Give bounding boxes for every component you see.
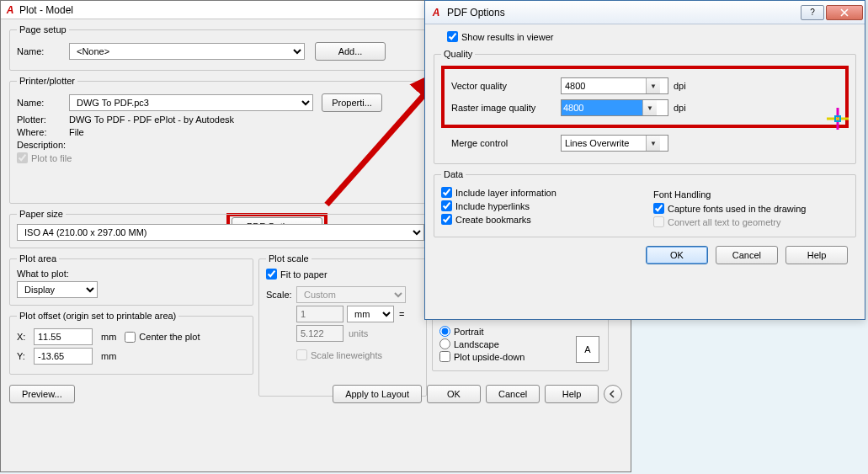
paper-size-group: Paper size ISO A4 (210.00 x 297.00 MM) — [9, 209, 432, 248]
x-mm: mm — [101, 332, 116, 342]
plot-offset-legend: Plot offset (origin set to printable are… — [17, 311, 178, 321]
fit-to-paper-checkbox[interactable]: Fit to paper — [266, 269, 327, 280]
printer-name-select[interactable]: DWG To PDF.pc3 — [69, 94, 313, 111]
printer-legend: Printer/plotter — [17, 76, 77, 86]
plot-area-legend: Plot area — [17, 253, 59, 264]
pdf-help-button[interactable]: Help — [785, 246, 848, 264]
plot-ok-button[interactable]: OK — [427, 385, 481, 403]
vector-quality-input[interactable] — [562, 78, 646, 93]
help-titlebar-button[interactable]: ? — [801, 5, 824, 20]
scale-num-input — [296, 306, 343, 322]
chevron-left-icon — [609, 390, 617, 398]
desc-label: Description: — [17, 140, 69, 150]
plot-scale-group: Plot scale Fit to paper Scale: Custom mm… — [258, 253, 427, 397]
font-handling-heading: Font Handling — [653, 189, 849, 200]
pdf-titlebar[interactable]: A PDF Options ? — [425, 1, 865, 24]
pdf-options-window: A PDF Options ? Show results in viewer Q… — [424, 0, 865, 320]
autocad-icon: A — [4, 4, 16, 16]
where-value: File — [69, 127, 84, 137]
plot-help-button[interactable]: Help — [545, 385, 599, 403]
merge-value[interactable] — [562, 136, 646, 151]
scale-unit-select[interactable]: mm — [347, 306, 394, 322]
what-to-plot-label: What to plot: — [17, 269, 246, 279]
plot-footer: Preview... Apply to Layout OK Cancel Hel… — [9, 385, 622, 403]
x-input[interactable] — [34, 328, 93, 345]
paper-size-select[interactable]: ISO A4 (210.00 x 297.00 MM) — [17, 224, 424, 241]
preview-button[interactable]: Preview... — [9, 385, 75, 403]
x-label: X: — [17, 332, 34, 342]
paper-size-legend: Paper size — [17, 209, 66, 219]
close-icon — [840, 8, 849, 17]
y-label: Y: — [17, 351, 34, 361]
autocad-icon: A — [430, 7, 442, 19]
crosshair-icon — [827, 108, 849, 130]
eq-sign: = — [399, 309, 404, 319]
pagesetup-name-select[interactable]: <None> — [69, 43, 305, 60]
apply-layout-button[interactable]: Apply to Layout — [333, 385, 422, 403]
scale-label: Scale: — [266, 290, 296, 300]
plotter-label: Plotter: — [17, 115, 69, 125]
expand-button[interactable] — [604, 385, 622, 403]
orientation-icon: A — [576, 336, 599, 363]
raster-quality-combo[interactable]: 4800 ▼ — [561, 99, 668, 116]
y-mm: mm — [101, 351, 116, 361]
raster-quality-label: Raster image quality — [451, 103, 561, 113]
plot-to-file-checkbox: Plot to file — [17, 152, 72, 163]
vector-dpi: dpi — [674, 81, 686, 91]
merge-label: Merge control — [451, 138, 561, 148]
capture-fonts-checkbox[interactable]: Capture fonts used in the drawing — [653, 203, 849, 214]
quality-legend: Quality — [441, 49, 475, 59]
raster-dpi: dpi — [674, 103, 686, 113]
chevron-down-icon[interactable]: ▼ — [646, 136, 660, 151]
units-suffix: units — [349, 328, 368, 338]
pdf-ok-button[interactable]: OK — [646, 246, 708, 264]
plot-cancel-button[interactable]: Cancel — [486, 385, 540, 403]
pagesetup-name-label: Name: — [17, 46, 69, 56]
printer-properties-button[interactable]: Properti... — [322, 93, 382, 112]
scale-select: Custom — [296, 286, 406, 303]
raster-quality-input[interactable]: 4800 — [562, 100, 642, 115]
show-results-checkbox[interactable]: Show results in viewer — [447, 31, 553, 42]
plot-offset-group: Plot offset (origin set to printable are… — [9, 311, 253, 375]
scale-units-input — [296, 325, 343, 342]
convert-text-checkbox: Convert all text to geometry — [653, 216, 849, 227]
data-legend: Data — [441, 169, 466, 179]
where-label: Where: — [17, 127, 69, 137]
scale-lineweights-checkbox: Scale lineweights — [296, 349, 382, 360]
page-setup-legend: Page setup — [17, 24, 69, 35]
quality-group: Quality Vector quality ▼ dpi Raster imag… — [434, 49, 856, 164]
chevron-down-icon[interactable]: ▼ — [642, 100, 657, 115]
center-plot-checkbox[interactable]: Center the plot — [125, 332, 200, 343]
plot-title: Plot - Model — [19, 4, 73, 16]
include-layer-checkbox[interactable]: Include layer information — [441, 187, 636, 198]
printer-name-label: Name: — [17, 98, 69, 108]
quality-highlight: Vector quality ▼ dpi Raster image qualit… — [441, 66, 849, 128]
merge-combo[interactable]: ▼ — [561, 135, 668, 152]
pdf-cancel-button[interactable]: Cancel — [716, 246, 778, 264]
pdf-title: PDF Options — [447, 7, 799, 19]
pdf-footer: OK Cancel Help — [434, 242, 856, 268]
plot-area-group: Plot area What to plot: Display — [9, 253, 253, 306]
vector-quality-combo[interactable]: ▼ — [561, 77, 668, 94]
plotter-value: DWG To PDF - PDF ePlot - by Autodesk — [69, 115, 234, 125]
close-button[interactable] — [826, 5, 863, 20]
plot-scale-legend: Plot scale — [266, 253, 312, 264]
data-group: Data Include layer information Include h… — [434, 169, 856, 237]
vector-quality-label: Vector quality — [451, 81, 561, 91]
create-bookmarks-checkbox[interactable]: Create bookmarks — [441, 214, 636, 225]
what-to-plot-select[interactable]: Display — [17, 281, 98, 298]
pagesetup-add-button[interactable]: Add... — [315, 42, 386, 61]
include-hyperlinks-checkbox[interactable]: Include hyperlinks — [441, 200, 636, 211]
y-input[interactable] — [34, 348, 93, 365]
chevron-down-icon[interactable]: ▼ — [646, 78, 660, 93]
